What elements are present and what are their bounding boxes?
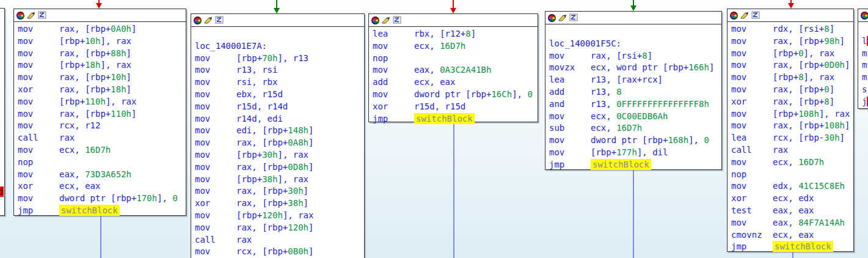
asm-label-line[interactable]: loc_140001F5C: [549, 38, 721, 50]
asm-line[interactable]: nop [18, 157, 186, 169]
asm-line[interactable]: subecx, 16D7h [549, 122, 721, 135]
asm-line[interactable]: nop [731, 169, 853, 181]
block-2[interactable]: loc_140001E7A:mov[rbp+70h], r13movr13, r… [191, 13, 365, 258]
node-title-bar[interactable] [858, 9, 868, 22]
asm-label-line[interactable]: loc_140001E7A: [195, 40, 364, 53]
edit-node-icon[interactable] [204, 15, 213, 26]
asm-line[interactable]: xorrax, [rbp+38h] [195, 197, 364, 210]
edit-node-icon[interactable] [558, 12, 567, 24]
asm-line[interactable]: jmpswitchBlock [18, 205, 186, 217]
asm-line[interactable]: s [862, 84, 868, 96]
asm-line[interactable]: movrax, [rbp+0D0h] [731, 59, 853, 72]
node-title-bar[interactable] [14, 9, 186, 22]
asm-line[interactable]: callrax [195, 234, 364, 246]
asm-line[interactable] [862, 23, 868, 35]
asm-line[interactable]: movedi, [rbp+148h] [195, 125, 364, 137]
asm-line[interactable]: xorrax, [rbp+8] [731, 96, 853, 108]
asm-line[interactable]: movrcx, [rbp+0B0h] [195, 246, 364, 258]
asm-line[interactable]: movecx, 16D7h [373, 40, 538, 53]
asm-line[interactable]: jmpswitchBlock [373, 113, 538, 125]
asm-line[interactable]: movrax, [rbp+0] [731, 84, 853, 96]
node-color-wheel-icon[interactable] [861, 12, 868, 20]
asm-line[interactable]: movr14d, edi [195, 113, 364, 125]
graph-group-icon[interactable] [38, 10, 46, 21]
asm-line[interactable]: mov[rbp+38h], rax [195, 174, 364, 186]
node-color-wheel-icon[interactable] [16, 12, 24, 20]
asm-line[interactable]: j [862, 96, 868, 108]
asm-line[interactable]: movedx, 41C15C8Eh [731, 180, 853, 193]
asm-line[interactable]: cmovnzecx, eax [731, 229, 853, 241]
node-color-wheel-icon[interactable] [730, 12, 738, 20]
asm-line[interactable]: xorr15d, r15d [373, 101, 538, 113]
asm-line[interactable]: mov[rbp+70h], r13 [195, 53, 364, 65]
asm-line[interactable]: movr15d, r14d [195, 101, 364, 113]
asm-line[interactable]: movrdx, [rsi+8] [731, 23, 853, 35]
asm-line[interactable]: mov[rbp+0], rax [731, 48, 853, 60]
asm-line[interactable]: mov[rbp+120h], rax [195, 210, 364, 222]
block-3[interactable]: learbx, [r12+8]movecx, 16D7hnopmoveax, 0… [368, 13, 538, 122]
edit-node-icon[interactable] [27, 10, 35, 21]
asm-line[interactable]: mov[rbp+108h], rax [731, 108, 853, 120]
asm-line[interactable]: andr13, 0FFFFFFFFFFFFFFF8h [549, 98, 721, 111]
asm-line[interactable]: movecx, 0C00EDB6Ah [549, 111, 721, 123]
asm-line[interactable]: movrax, [rsi+8] [549, 50, 721, 62]
asm-line[interactable]: movdword ptr [rbp+170h], 0 [18, 193, 186, 205]
asm-line[interactable]: movzxecx, word ptr [rbp+166h] [549, 62, 721, 74]
asm-line[interactable]: movrax, [rbp+0A8h] [195, 137, 364, 149]
asm-line[interactable]: learbx, [r12+8] [373, 28, 538, 40]
asm-line[interactable]: mov[rbp+177h], dil [549, 147, 721, 159]
asm-line[interactable]: m [862, 72, 868, 84]
node-title-bar[interactable] [369, 14, 538, 27]
asm-line[interactable]: addecx, eax [373, 76, 538, 89]
asm-line[interactable]: movrax, [rbp+110h] [18, 108, 186, 120]
asm-line[interactable]: learcx, [rbp-30h] [731, 132, 853, 144]
asm-line[interactable]: movrax, [rbp+0A0h] [18, 23, 186, 35]
node-color-wheel-icon[interactable] [371, 17, 379, 24]
node-color-wheel-icon[interactable] [194, 17, 202, 24]
asm-line[interactable]: movrcx, r12 [18, 120, 186, 132]
node-color-wheel-icon[interactable] [548, 14, 556, 22]
edit-node-icon[interactable] [382, 15, 390, 26]
asm-line[interactable]: callrax [18, 132, 186, 144]
asm-line[interactable]: moveax, 73D3A652h [18, 169, 186, 181]
asm-line[interactable]: xorecx, edx [731, 193, 853, 205]
asm-line[interactable]: addr13, 8 [549, 86, 721, 98]
asm-line[interactable]: m [862, 59, 868, 72]
asm-line[interactable]: mov[rbp+8], rax [731, 72, 853, 84]
node-title-bar[interactable] [191, 14, 364, 27]
asm-line[interactable]: movecx, 16D7h [731, 157, 853, 169]
asm-line[interactable]: mov[rbp+10h], rax [18, 35, 186, 48]
graph-group-icon[interactable] [569, 12, 578, 24]
asm-line[interactable]: m [862, 48, 868, 60]
asm-line[interactable]: moveax, 0A3C2A41Bh [373, 64, 538, 76]
asm-line[interactable]: movrax, [rbp+98h] [731, 35, 853, 48]
asm-line[interactable]: testeax, eax [731, 205, 853, 217]
block-1[interactable]: movrax, [rbp+0A0h]mov[rbp+10h], raxmovra… [13, 9, 186, 216]
asm-line[interactable]: mov[rbp+110h], rax [18, 96, 186, 108]
asm-line[interactable] [549, 26, 721, 38]
asm-line[interactable]: movrax, [rbp+88h] [18, 48, 186, 60]
asm-line[interactable]: movrax, [rbp+0D8h] [195, 161, 364, 174]
edit-node-icon[interactable] [740, 10, 749, 21]
asm-line[interactable]: jmpswitchBlock [731, 241, 853, 253]
asm-line[interactable]: mov[rbp+30h], rax [195, 149, 364, 161]
asm-line[interactable]: jmpswitchBlock [549, 159, 721, 171]
graph-group-icon[interactable] [215, 15, 224, 26]
asm-line[interactable]: movrax, [rbp+10h] [18, 72, 186, 84]
asm-line[interactable]: movrax, [rbp+108h] [731, 120, 853, 132]
asm-line[interactable]: xorecx, eax [18, 180, 186, 193]
asm-line[interactable]: l [862, 35, 868, 48]
asm-line[interactable] [195, 28, 364, 40]
graph-group-icon[interactable] [393, 15, 401, 26]
asm-line[interactable]: nop [373, 53, 538, 65]
block-partial-left[interactable]: ed [0, 8, 5, 216]
graph-group-icon[interactable] [751, 10, 760, 21]
asm-line[interactable]: movrax, [rbp+30h] [195, 185, 364, 197]
asm-line[interactable]: movdword ptr [rbp+168h], 0 [549, 135, 721, 147]
asm-line[interactable]: callrax [731, 144, 853, 157]
asm-line[interactable]: lear13, [rax+rcx] [549, 74, 721, 86]
asm-line[interactable]: moveax, 84F7A14Ah [731, 217, 853, 229]
asm-line[interactable]: movecx, 16D7h [18, 144, 186, 157]
asm-line[interactable]: movebx, r15d [195, 89, 364, 101]
block-4[interactable]: loc_140001F5C:movrax, [rsi+8]movzxecx, w… [545, 11, 722, 170]
